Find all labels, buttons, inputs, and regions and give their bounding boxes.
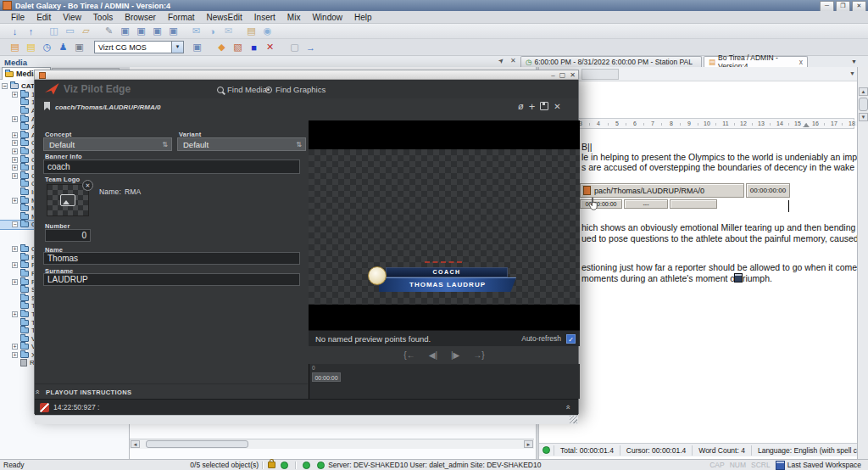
tree-expander[interactable]: +	[12, 173, 18, 179]
toolbar-button[interactable]: ▣	[149, 25, 165, 38]
menu-item[interactable]: Browser	[119, 11, 162, 24]
pin-icon[interactable]: ➤	[497, 56, 506, 65]
tree-expander[interactable]: +	[12, 92, 18, 98]
cg-timecode-cell[interactable]: 00:00:00:00	[580, 199, 622, 209]
vertical-scrollbar[interactable]: ▲ ▼	[857, 67, 868, 459]
toolbar-button[interactable]: ◆	[214, 41, 230, 54]
tree-expander[interactable]: +	[12, 140, 18, 146]
toolbar-button[interactable]: ▧	[230, 41, 246, 54]
step-forward-button[interactable]: |▶	[451, 350, 459, 360]
cg-title-cell[interactable]: pach/Thomas/LAUDRUP/RMA/0	[580, 183, 744, 198]
toolbar-button[interactable]: ▣	[117, 25, 133, 38]
tree-expander[interactable]: +	[12, 148, 18, 154]
story-line[interactable]: le in helping to present the Olympics to…	[581, 152, 868, 162]
tree-expander[interactable]: +	[12, 279, 18, 285]
chevron-up-icon[interactable]: »	[563, 405, 571, 409]
chevron-down-icon[interactable]: ▼	[849, 70, 855, 76]
menu-item[interactable]: Mix	[281, 11, 307, 24]
embedded-cg-item[interactable]: pach/Thomas/LAUDRUP/RMA/0 00:00:00:00 00…	[580, 183, 792, 211]
toolbar-button[interactable]: ↓	[7, 25, 23, 38]
toolbar-button[interactable]: ▣	[165, 25, 181, 38]
workspace-save-icon[interactable]	[776, 461, 785, 470]
cg-empty-cell[interactable]	[670, 199, 717, 209]
cg-channel-cell[interactable]: ---	[624, 199, 668, 209]
resize-grip[interactable]	[570, 416, 577, 423]
toolbar-button[interactable]: ▣	[189, 41, 205, 54]
dialog-restore-button[interactable]: ▢	[559, 71, 566, 79]
menu-item[interactable]: Help	[348, 11, 378, 24]
story-line[interactable]: B||	[581, 142, 592, 152]
chevron-down-icon[interactable]: ▼	[851, 59, 857, 64]
toolbar-button[interactable]: ◉	[259, 25, 275, 38]
tree-expander[interactable]: +	[12, 344, 18, 350]
toolbar-button[interactable]: ▱	[78, 25, 94, 38]
concept-select[interactable]: Default⇅	[43, 137, 172, 151]
cg-device-select[interactable]: Vizrt CG MOS ▼	[94, 41, 184, 53]
toolbar-button[interactable]: ▢	[287, 41, 303, 54]
toolbar-button[interactable]: ▭	[62, 25, 78, 38]
tree-expander[interactable]: +	[12, 311, 18, 317]
tab-close-icon[interactable]: x	[799, 58, 803, 66]
toolbar-button[interactable]: ◷	[39, 41, 55, 54]
tree-expander[interactable]: +	[12, 157, 18, 163]
toolbar-button[interactable]: ♟	[55, 41, 71, 54]
toolbar-button[interactable]: ✉	[188, 25, 204, 38]
menu-item[interactable]: View	[57, 11, 87, 24]
story-line[interactable]: ued to pose questions to the athlete abo…	[581, 233, 868, 243]
toolbar-button[interactable]: ■	[246, 41, 262, 54]
variant-select[interactable]: Default⇅	[177, 137, 306, 151]
scroll-left-icon[interactable]: ◄	[131, 440, 140, 448]
toolbar-button[interactable]: ▣	[71, 41, 87, 54]
menu-item[interactable]: Format	[162, 11, 201, 24]
story-line[interactable]: moments during an athlete's moment of tr…	[581, 273, 772, 283]
cg-duration-cell[interactable]: 00:00:00:00	[746, 183, 790, 198]
toolbar-button[interactable]: ✉	[220, 25, 236, 38]
name-field[interactable]: Thomas	[43, 252, 300, 265]
tab-story[interactable]: ▤ Bo Tirea / ADMIN - Version:4 x	[704, 56, 808, 67]
menu-item[interactable]: Tools	[87, 11, 119, 24]
clear-logo-icon[interactable]: ✕	[82, 180, 93, 191]
jump-to-end-button[interactable]: →}	[473, 350, 484, 360]
tab-rundown[interactable]: ◷ 6:00:00 PM - 8/31/2022 6:00:00 PM - St…	[520, 56, 702, 67]
chevron-down-icon[interactable]: ▼	[171, 42, 183, 53]
tree-expander[interactable]: +	[12, 262, 18, 268]
surname-field[interactable]: LAUDRUP	[43, 273, 300, 286]
menu-item[interactable]: Window	[306, 11, 348, 24]
team-logo-thumbnail[interactable]	[47, 184, 89, 216]
menu-item[interactable]: Insert	[248, 11, 281, 24]
find-media-button[interactable]: Find Media	[217, 85, 267, 94]
toolbar-button[interactable]: ✎	[101, 25, 117, 38]
story-line[interactable]: estioning just how far a reporter should…	[581, 262, 868, 272]
tree-expander[interactable]: +	[12, 132, 18, 138]
scroll-right-icon[interactable]: ►	[524, 440, 533, 448]
toolbar-button[interactable]: ◑	[204, 25, 220, 38]
story-line[interactable]: s are accused of overstepping the bounda…	[581, 162, 868, 172]
tree-expander[interactable]: +	[12, 116, 18, 122]
dialog-titlebar[interactable]: – ▢ ✕	[34, 70, 579, 80]
scrollbar-thumb[interactable]	[146, 440, 248, 448]
tree-expander[interactable]: −	[2, 83, 8, 89]
autorefresh-checkbox[interactable]: ✓	[566, 334, 576, 344]
menu-item[interactable]: File	[5, 11, 31, 24]
scrollbar-thumb[interactable]	[859, 98, 868, 111]
tree-expander[interactable]: +	[12, 198, 18, 204]
toolbar-button[interactable]: ▤	[243, 25, 259, 38]
banner-info-field[interactable]: coach	[43, 159, 300, 174]
tree-expander[interactable]: +	[12, 246, 18, 252]
toolbar-button[interactable]: ▤	[23, 41, 39, 54]
preview-timeline[interactable]: 0 00:00:00	[309, 364, 580, 399]
horizontal-scrollbar[interactable]: ◄ ►	[130, 439, 534, 449]
toolbar-button[interactable]: ▣	[133, 25, 149, 38]
tree-expander[interactable]: +	[12, 165, 18, 171]
dialog-minimize-button[interactable]: –	[551, 71, 554, 79]
story-line[interactable]: hich shows an obviously emotional Miller…	[581, 222, 868, 232]
step-back-button[interactable]: ◀|	[429, 350, 437, 360]
bookmark-icon[interactable]	[44, 102, 50, 110]
playout-instructions-header[interactable]: » PLAYOUT INSTRUCTIONS	[35, 383, 308, 400]
scroll-up-icon[interactable]: ▲	[859, 87, 868, 96]
editor-toolbar-button[interactable]	[581, 69, 619, 80]
dialog-close-button[interactable]: ✕	[570, 71, 576, 79]
timeline-timecode-chip[interactable]: 00:00:00	[312, 372, 341, 382]
toolbar-button[interactable]: ▤	[7, 41, 23, 54]
number-field[interactable]: 0	[45, 229, 91, 242]
